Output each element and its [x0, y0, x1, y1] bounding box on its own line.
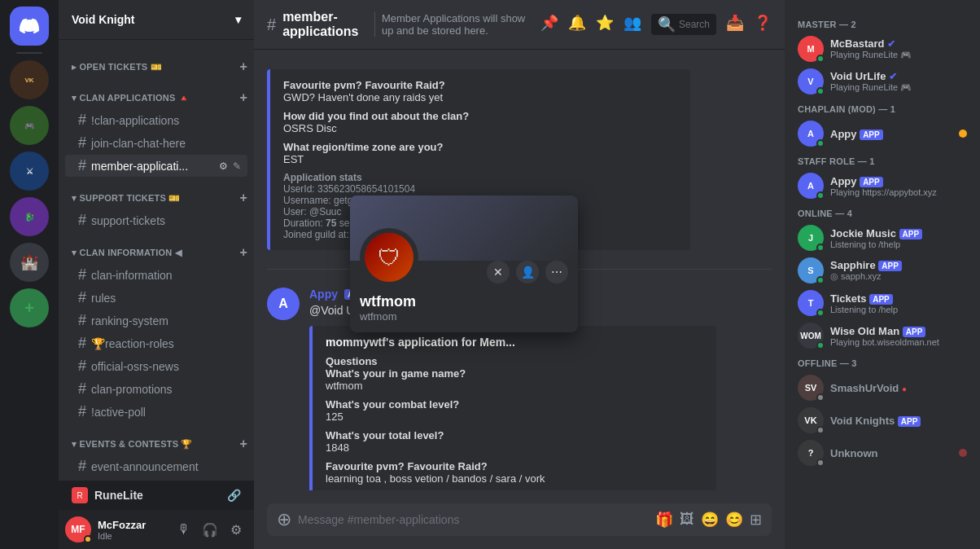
popup-action-buttons: ✕ 👤 ⋯ — [487, 261, 568, 283]
channel-reaction-roles[interactable]: #🏆reaction-roles — [65, 332, 247, 354]
channel-join-clan[interactable]: # join-clan-chat-here — [65, 132, 247, 154]
embed-q3: What's your total level? 1848 — [326, 429, 703, 454]
user-status-dot — [84, 535, 92, 543]
thumbsup-icon[interactable]: 👍 — [710, 285, 730, 301]
hash-icon: # — [78, 312, 86, 329]
member-mcbastard[interactable]: M McBastard ✔ Playing RuneLite 🎮 — [791, 33, 973, 65]
embed-questions: Questions What's your in game name? wtfm… — [326, 355, 703, 490]
add-channel-btn-2[interactable]: + — [239, 90, 247, 105]
reply-icon[interactable]: ↩ — [732, 285, 748, 301]
embed-field-find-clan: How did you find out about the clan? OSR… — [283, 110, 677, 134]
emoji-react-icon[interactable]: 😊 — [648, 285, 668, 301]
server-7[interactable]: + — [10, 288, 49, 327]
channel-active-poll[interactable]: #!active-poll — [65, 401, 247, 423]
channel-event-announcement[interactable]: #event-announcement — [65, 455, 247, 477]
app-badge: APP — [898, 416, 921, 427]
apps-icon[interactable]: ⊞ — [750, 511, 762, 529]
member-unknown[interactable]: ? Unknown — [791, 437, 973, 469]
popup-close-btn[interactable]: ✕ — [487, 261, 510, 283]
appy-chaplain-avatar: A — [798, 121, 824, 147]
member-sapphire[interactable]: S Sapphire APP ◎ sapph.xyz — [791, 254, 973, 287]
bookmark-icon[interactable]: ⭐ — [596, 14, 614, 35]
category-clan-info[interactable]: ▾ CLAN INFORMATION ◀ + — [59, 232, 254, 263]
add-channel-btn-4[interactable]: + — [239, 245, 247, 260]
server-5[interactable]: 🐉 — [10, 197, 49, 236]
channel-header-description: Member Applications will show up and be … — [374, 12, 534, 37]
channel-support-tickets[interactable]: # support-tickets — [65, 209, 247, 231]
settings-icon[interactable]: ⚙ — [225, 518, 247, 541]
appy-staff-info: Appy APP Playing https://appybot.xyz — [830, 175, 967, 197]
channel-rules[interactable]: #rules — [65, 287, 247, 309]
unknown-info: Unknown — [830, 447, 952, 459]
inbox-icon[interactable]: 📥 — [726, 14, 744, 35]
member-appy-staff[interactable]: A Appy APP Playing https://appybot.xyz — [791, 169, 973, 202]
edit-icon[interactable]: ✎ — [233, 160, 241, 172]
member-void-knights[interactable]: VK Void Knights APP — [791, 404, 973, 437]
message-input[interactable] — [298, 503, 655, 536]
user-panel: MF McFozzar Idle 🎙 🎧 ⚙ — [59, 510, 254, 549]
category-open-tickets[interactable]: ▸ OPEN TICKETS 🎫 + — [59, 46, 254, 77]
add-channel-btn-5[interactable]: + — [239, 437, 247, 451]
chat-input-wrapper: ⊕ 🎁 🖼 😄 😊 ⊞ — [267, 503, 772, 536]
channel-member-applications[interactable]: # member-applicati... ⚙ ✎ — [65, 155, 247, 177]
runelite-link-icon[interactable]: 🔗 — [227, 489, 241, 502]
help-icon[interactable]: ❓ — [754, 14, 772, 35]
popup-more-btn[interactable]: ⋯ — [545, 261, 568, 283]
member-appy-chaplain[interactable]: A Appy APP — [791, 117, 973, 150]
search-bar[interactable]: 🔍 Search — [651, 14, 716, 35]
member-tickets[interactable]: T Tickets APP Listening to /help — [791, 287, 973, 319]
channel-osrs-news[interactable]: #official-osrs-news — [65, 355, 247, 377]
member-smashvoid[interactable]: SV SmashUrVoid ● — [791, 371, 973, 404]
category-events[interactable]: ▾ EVENTS & CONTESTS 🏆 + — [59, 424, 254, 455]
sidebar: Void Knight ▾ ▸ OPEN TICKETS 🎫 + ▾ CLAN … — [59, 0, 254, 549]
category-clan-applications[interactable]: ▾ CLAN APPLICATIONS 🔺 + — [59, 77, 254, 108]
settings-icon[interactable]: ⚙ — [219, 160, 228, 172]
status-dot — [816, 244, 825, 252]
channel-promotions[interactable]: #clan-promotions — [65, 378, 247, 400]
server-6[interactable]: 🏰 — [10, 243, 49, 282]
gif-icon[interactable]: 🖼 — [680, 511, 694, 529]
server-void-knight[interactable]: VK — [10, 60, 49, 99]
server-name-header[interactable]: Void Knight ▾ — [59, 0, 254, 40]
smashvoid-info: SmashUrVoid ● — [830, 382, 967, 394]
section-chaplain: CHAPLAIN (MOD) — 1 — [791, 98, 973, 117]
add-channel-btn-3[interactable]: + — [239, 191, 247, 205]
section-offline: OFFLINE — 3 — [791, 352, 973, 371]
avatar-image: 🛡 — [365, 233, 413, 282]
mic-icon[interactable]: 🎙 — [173, 518, 195, 541]
member-jockie[interactable]: J Jockie Music APP Listening to /thelp — [791, 222, 973, 254]
popup-profile-btn[interactable]: 👤 — [516, 261, 539, 283]
pin-icon[interactable]: 📌 — [540, 14, 558, 35]
mcbastard-avatar: M — [798, 36, 824, 62]
notification-icon[interactable]: 🔔 — [568, 14, 586, 35]
category-support-tickets[interactable]: ▾ SUPPORT TICKETS 🎫 + — [59, 178, 254, 209]
server-title: Void Knight — [72, 13, 135, 26]
channel-clan-applications[interactable]: # !clan-applications — [65, 109, 247, 131]
server-discord-home[interactable] — [10, 7, 49, 46]
add-attachment-icon[interactable]: ⊕ — [277, 509, 291, 530]
gift-icon[interactable]: 🎁 — [655, 511, 673, 529]
void-knights-avatar: VK — [798, 407, 824, 433]
channel-ranking-system[interactable]: #ranking-system — [65, 310, 247, 332]
sticker-icon[interactable]: 😄 — [701, 511, 719, 529]
hash-icon: # — [78, 380, 86, 397]
member-void-urlife[interactable]: V Void UrLife ✔ Playing RuneLite 🎮 — [791, 65, 973, 98]
server-3[interactable]: 🎮 — [10, 106, 49, 145]
channel-clan-information[interactable]: #clan-information — [65, 264, 247, 286]
headphone-icon[interactable]: 🎧 — [199, 518, 221, 541]
member-wise-old-man[interactable]: WOM Wise Old Man APP Playing bot.wiseold… — [791, 319, 973, 352]
hash-icon: # — [78, 212, 86, 229]
emoji-icon[interactable]: 😊 — [725, 511, 743, 529]
add-channel-btn[interactable]: + — [239, 59, 247, 74]
fire-icon[interactable]: 🔥 — [670, 285, 690, 301]
status-dot — [816, 87, 825, 95]
search-icon: 🔍 — [658, 15, 676, 33]
more-options-icon[interactable]: ⋯ — [750, 285, 768, 301]
heart-icon[interactable]: ❤ — [692, 285, 708, 301]
members-icon[interactable]: 👥 — [623, 14, 641, 35]
server-4[interactable]: ⚔ — [10, 152, 49, 191]
server-separator — [16, 52, 42, 54]
tickets-info: Tickets APP Listening to /help — [830, 292, 967, 314]
hash-icon: # — [78, 266, 86, 283]
appy-avatar[interactable]: A — [267, 288, 300, 320]
